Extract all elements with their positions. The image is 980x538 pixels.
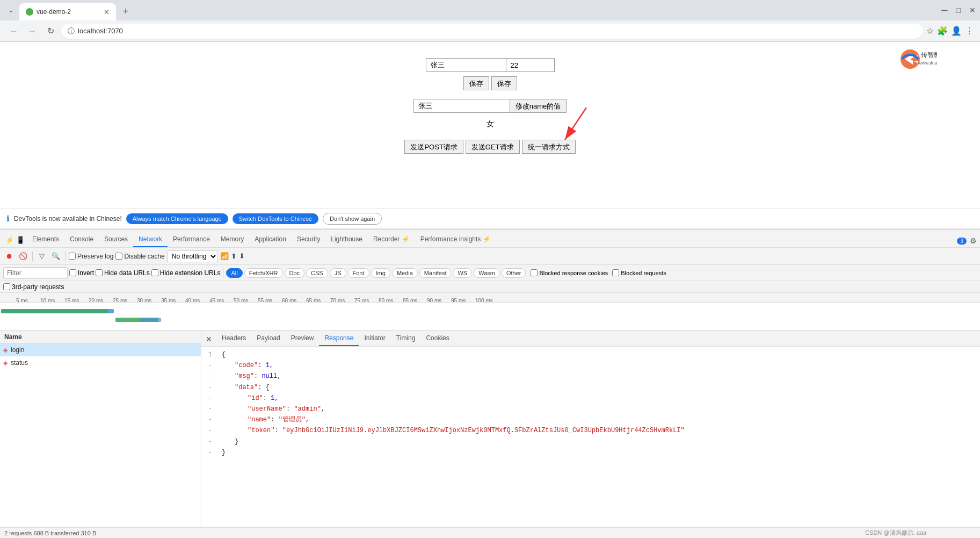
detail-tab-headers[interactable]: Headers: [216, 331, 251, 346]
name-input-1[interactable]: [426, 58, 506, 72]
save-btn-1[interactable]: 保存: [463, 76, 489, 90]
preserve-log-checkbox[interactable]: Preserve log: [69, 253, 113, 260]
network-item-status[interactable]: ◈ status: [0, 356, 201, 369]
hide-ext-urls-checkbox[interactable]: Hide extension URLs: [151, 269, 221, 277]
save-btn-2[interactable]: 保存: [491, 76, 517, 90]
form-row-1: [426, 58, 555, 72]
timeline-ruler: 5 ms 10 ms 15 ms 20 ms 25 ms 30 ms 35 ms…: [0, 293, 980, 303]
network-item-login[interactable]: ◈ login: [0, 343, 201, 356]
minimize-btn[interactable]: ─: [941, 5, 947, 15]
devtools-tab-bar: ⚡ 📱 Elements Console Sources Network Per…: [0, 229, 980, 248]
tab-console[interactable]: Console: [64, 232, 99, 247]
filter-pill-wasm[interactable]: Wasm: [474, 268, 500, 278]
post-request-btn[interactable]: 发送POST请求: [404, 140, 463, 154]
invert-checkbox[interactable]: Invert: [69, 269, 94, 277]
forward-btn[interactable]: →: [25, 24, 40, 39]
third-party-row: 3rd-party requests: [0, 281, 980, 293]
tab-list-btn[interactable]: ⌄: [4, 4, 17, 17]
tab-title: vue-demo-2: [37, 8, 100, 16]
red-arrow: [543, 107, 608, 150]
blocked-requests-checkbox[interactable]: Blocked requests: [612, 269, 666, 276]
age-input[interactable]: [506, 58, 555, 72]
maximize-btn[interactable]: □: [956, 6, 961, 15]
detail-tab-response[interactable]: Response: [319, 331, 359, 346]
svg-line-4: [565, 107, 586, 140]
network-main: Name ◈ login ◈ status ✕: [0, 331, 980, 527]
throttle-select[interactable]: No throttling Fast 3G Slow 3G: [167, 250, 218, 262]
filter-pill-other[interactable]: Other: [502, 268, 526, 278]
tab-elements[interactable]: Elements: [27, 232, 64, 247]
devtools-settings-btn[interactable]: ⚙: [970, 236, 977, 245]
hide-data-urls-checkbox[interactable]: Hide data URLs: [96, 269, 150, 277]
tab-lighthouse[interactable]: Lighthouse: [325, 232, 368, 247]
network-list: Name ◈ login ◈ status: [0, 331, 201, 527]
clear-btn[interactable]: 🚫: [17, 250, 29, 262]
get-request-btn[interactable]: 发送GET请求: [466, 140, 520, 154]
profile-btn[interactable]: 👤: [951, 26, 962, 36]
extensions-btn[interactable]: 🧩: [937, 26, 948, 36]
back-btn[interactable]: ←: [6, 24, 21, 39]
address-bar[interactable]: ⓘ localhost:7070: [61, 24, 923, 39]
filter-pill-media[interactable]: Media: [392, 268, 418, 278]
tab-close-btn[interactable]: ✕: [104, 8, 110, 16]
filter-pill-doc[interactable]: Doc: [285, 268, 305, 278]
response-content: 1 { - "code": 1, - "msg": null, -: [201, 347, 980, 527]
gender-display: 女: [487, 119, 494, 129]
third-party-checkbox[interactable]: 3rd-party requests: [3, 283, 64, 291]
download-icon[interactable]: ⬇: [239, 252, 245, 260]
tab-network[interactable]: Network: [133, 232, 168, 247]
filter-pill-css[interactable]: CSS: [306, 268, 328, 278]
detail-tab-cookies[interactable]: Cookies: [420, 331, 454, 346]
detail-tab-timing[interactable]: Timing: [391, 331, 421, 346]
detail-close-btn[interactable]: ✕: [201, 333, 216, 346]
tab-sources[interactable]: Sources: [99, 232, 133, 247]
disable-cache-checkbox[interactable]: Disable cache: [115, 253, 164, 260]
filter-pill-js[interactable]: JS: [330, 268, 346, 278]
tab-performance[interactable]: Performance: [168, 232, 215, 247]
always-match-btn[interactable]: Always match Chrome's language: [126, 213, 228, 224]
filter-bar: Invert Hide data URLs Hide extension URL…: [0, 265, 980, 281]
devtools-notify-bar: ℹ DevTools is now available in Chinese! …: [0, 209, 980, 229]
bookmark-btn[interactable]: ☆: [926, 26, 934, 36]
search-btn[interactable]: 🔍: [50, 250, 62, 262]
switch-devtools-btn[interactable]: Switch DevTools to Chinese: [233, 213, 318, 224]
filter-btn[interactable]: ▽: [36, 250, 48, 262]
status-bar: 2 requests 608 B transferred 310 B CSDN …: [0, 527, 980, 538]
svg-text:传智教育: 传智教育: [921, 51, 937, 59]
new-tab-btn[interactable]: +: [118, 4, 133, 19]
filter-pill-all[interactable]: All: [226, 268, 242, 278]
name-input-2[interactable]: [413, 99, 510, 113]
upload-icon[interactable]: ⬆: [231, 252, 237, 260]
detail-tab-bar: ✕ Headers Payload Preview Response Initi…: [201, 331, 980, 347]
devtools-icons[interactable]: ⚡ 📱: [3, 236, 27, 247]
reload-btn[interactable]: ↻: [43, 24, 58, 39]
menu-btn[interactable]: ⋮: [965, 26, 974, 36]
filter-pill-img[interactable]: Img: [371, 268, 390, 278]
filter-pill-ws[interactable]: WS: [453, 268, 472, 278]
dont-show-btn[interactable]: Don't show again: [323, 213, 382, 225]
blocked-response-checkbox[interactable]: Blocked response cookies: [531, 269, 608, 276]
filter-pill-fetch[interactable]: Fetch/XHR: [244, 268, 283, 278]
stop-recording-btn[interactable]: ⏺: [3, 250, 15, 262]
login-icon: ◈: [3, 347, 8, 354]
tab-perf-insights[interactable]: Performance insights ⚡: [415, 232, 496, 247]
active-tab[interactable]: vue-demo-2 ✕: [19, 3, 116, 20]
request-detail: ✕ Headers Payload Preview Response Initi…: [201, 331, 980, 527]
tab-memory[interactable]: Memory: [215, 232, 249, 247]
detail-tab-payload[interactable]: Payload: [251, 331, 285, 346]
detail-tab-preview[interactable]: Preview: [286, 331, 320, 346]
tab-recorder[interactable]: Recorder ⚡: [368, 232, 415, 247]
filter-input[interactable]: [3, 267, 68, 279]
devtools-badge: 3: [957, 238, 967, 245]
csdn-watermark: CSDN @清风微凉. aaa: [865, 529, 926, 537]
tab-application[interactable]: Application: [249, 232, 292, 247]
filter-pill-manifest[interactable]: Manifest: [419, 268, 452, 278]
detail-tab-initiator[interactable]: Initiator: [359, 331, 390, 346]
filter-pill-font[interactable]: Font: [348, 268, 369, 278]
status-text: 2 requests 608 B transferred 310 B: [4, 530, 96, 536]
login-name: login: [11, 346, 24, 354]
logo: 传智教育 www.itcast.cn: [894, 47, 937, 78]
window-close-btn[interactable]: ✕: [969, 6, 976, 15]
tab-security[interactable]: Security: [292, 232, 325, 247]
tab-favicon: [26, 8, 33, 16]
